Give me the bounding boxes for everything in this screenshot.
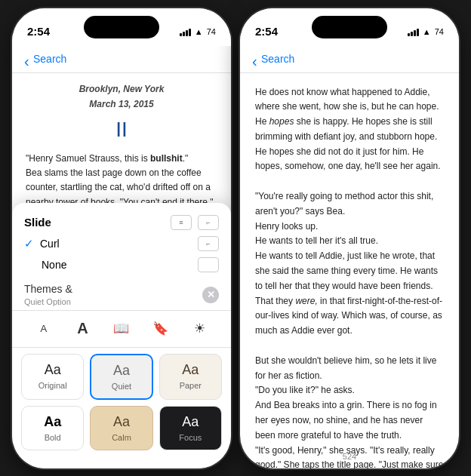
bookmark-button[interactable]: 🔖 [147, 315, 174, 342]
theme-paper[interactable]: Aa Paper [159, 354, 222, 400]
right-battery-label: 74 [435, 27, 444, 36]
right-signal-bars [408, 27, 419, 36]
right-dynamic-island [312, 16, 387, 38]
slide-section-label: Slide [24, 216, 51, 229]
themes-label: Themes & Quiet Option [24, 283, 72, 307]
book-para-1: "Henry Samuel Strauss, this is bullshit.… [26, 152, 217, 166]
book-date: March 13, 2015 [26, 97, 217, 112]
theme-paper-preview: Aa [182, 362, 199, 378]
theme-grid: Aa Original Aa Quiet Aa Paper Aa Bold Aa [12, 348, 231, 456]
left-nav-bar: Search [12, 46, 231, 73]
book-icon: 📖 [113, 321, 129, 336]
theme-calm[interactable]: Aa Calm [90, 406, 152, 450]
curl-option-label: Curl [40, 238, 198, 250]
curl-check-icon: ✓ [24, 237, 34, 250]
none-option-label: None [42, 259, 198, 271]
bookmark-icon: 🔖 [152, 321, 168, 336]
overlay-panel: Slide ≡ ⌐ ✓ Curl ⌐ None [12, 203, 231, 468]
theme-focus-preview: Aa [182, 414, 199, 430]
theme-calm-label: Calm [112, 433, 131, 442]
brightness-icon: ☀ [194, 321, 205, 336]
right-book-text: He does not know what happened to Addie,… [255, 85, 444, 468]
left-back-button[interactable]: Search [24, 53, 66, 65]
right-status-icons: ▲ 74 [408, 27, 444, 36]
wifi-icon: ▲ [195, 27, 203, 36]
theme-quiet-label: Quiet [112, 382, 131, 391]
right-nav-bar: Search [240, 46, 459, 73]
signal-bars [180, 27, 191, 36]
phones-container: 2:54 ▲ 74 Search Brooklyn, New York Marc… [12, 8, 459, 468]
left-status-icons: ▲ 74 [180, 27, 216, 36]
chevron-left-icon [24, 54, 30, 64]
font-small-button[interactable]: A [30, 315, 57, 342]
theme-original[interactable]: Aa Original [21, 354, 84, 400]
theme-bold[interactable]: Aa Bold [21, 406, 84, 450]
font-large-button[interactable]: A [69, 315, 96, 342]
book-location: Brooklyn, New York [26, 82, 217, 97]
book-chapter: II [26, 113, 217, 146]
theme-focus[interactable]: Aa Focus [159, 406, 222, 450]
right-back-button[interactable]: Search [252, 53, 294, 65]
left-time: 2:54 [27, 25, 50, 38]
theme-original-label: Original [38, 381, 67, 390]
close-button[interactable]: ✕ [202, 287, 219, 303]
reading-toolbar: A A 📖 🔖 ☀ [12, 310, 231, 348]
right-time: 2:54 [255, 25, 278, 38]
page-number: 524 [340, 449, 359, 464]
left-back-label: Search [33, 53, 66, 65]
theme-original-preview: Aa [45, 362, 61, 378]
right-phone: 2:54 ▲ 74 Search He does not know what h… [240, 8, 459, 468]
right-chevron-left-icon [252, 54, 258, 64]
right-wifi-icon: ▲ [423, 27, 431, 36]
battery-label: 74 [207, 27, 216, 36]
brightness-button[interactable]: ☀ [186, 315, 213, 342]
theme-bold-label: Bold [45, 433, 61, 442]
left-phone: 2:54 ▲ 74 Search Brooklyn, New York Marc… [12, 8, 231, 468]
themes-section-header: Themes & Quiet Option ✕ [12, 280, 231, 310]
right-back-label: Search [261, 53, 294, 65]
dynamic-island [84, 16, 159, 38]
right-book-content: He does not know what happened to Addie,… [240, 73, 459, 468]
theme-quiet-preview: Aa [113, 363, 130, 379]
theme-calm-preview: Aa [113, 414, 130, 430]
theme-paper-label: Paper [180, 381, 202, 390]
theme-bold-preview: Aa [44, 414, 61, 430]
theme-focus-label: Focus [179, 433, 202, 442]
book-icon-button[interactable]: 📖 [108, 315, 135, 342]
theme-quiet[interactable]: Aa Quiet [90, 354, 152, 400]
